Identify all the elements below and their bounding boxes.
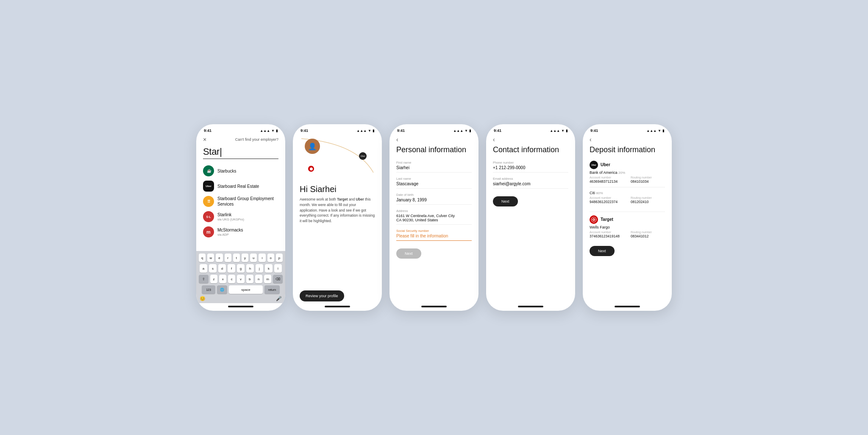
wifi-icon-2: ▼	[368, 129, 371, 133]
wifi-icon: ▼	[271, 129, 275, 133]
employer-sub-starlink: via UKG (UKGPro)	[217, 218, 244, 221]
key-v[interactable]: v	[237, 275, 244, 283]
field-value-last-name[interactable]: Stascavage	[396, 181, 472, 189]
routing-col-uber: Routing number 084101034	[631, 176, 665, 184]
routing-label-uber: Routing number	[631, 176, 665, 179]
key-o[interactable]: o	[267, 254, 274, 262]
field-value-phone[interactable]: +1 212-299-0000	[493, 165, 568, 173]
signal-icon-5: ▲▲▲	[646, 129, 657, 133]
back-button-3[interactable]: ‹	[396, 134, 472, 145]
key-g[interactable]: g	[237, 264, 245, 273]
list-item[interactable]: ⠿ Starboard Group Employment Services	[203, 194, 278, 209]
list-item[interactable]: m McStormacks via ADP	[203, 224, 278, 240]
phone3-content: ‹ Personal information First name Siarhe…	[389, 134, 479, 303]
signal-icon-3: ▲▲▲	[453, 129, 463, 133]
key-b[interactable]: b	[246, 275, 253, 283]
field-label-dob: Date of birth	[396, 193, 472, 197]
deposit-name-uber: Uber	[601, 162, 610, 167]
deposit-name-target: Target	[601, 217, 613, 222]
field-phone: Phone number +1 212-299-0000	[493, 161, 568, 173]
profile-curve-area: 👤 Uber	[300, 134, 375, 181]
close-icon[interactable]: ×	[203, 136, 206, 143]
key-t[interactable]: t	[233, 254, 240, 262]
key-e[interactable]: e	[216, 254, 223, 262]
key-x[interactable]: x	[219, 275, 226, 283]
key-m[interactable]: m	[264, 275, 271, 283]
deposit-info-title: Deposit information	[590, 145, 665, 155]
key-123[interactable]: 123	[202, 285, 215, 294]
next-button-4[interactable]: Next	[493, 196, 518, 206]
phone2-content: 👤 Uber Hi Siarhei Awesome work at both T…	[293, 134, 382, 303]
phone-deposit: 9:41 ▲▲▲ ▼ ▮ ‹ Deposit information Uber …	[583, 124, 672, 311]
account-col-citi: Account number 94863612022374	[590, 196, 624, 204]
key-s[interactable]: s	[209, 264, 217, 273]
bank-name-uber: Bank of America 20%	[590, 170, 665, 175]
key-h[interactable]: h	[246, 264, 254, 273]
next-button-3[interactable]: Next	[396, 248, 421, 259]
key-y[interactable]: y	[242, 254, 248, 262]
key-j[interactable]: j	[256, 264, 263, 273]
key-l[interactable]: l	[274, 264, 282, 273]
key-shift[interactable]: ⇧	[199, 275, 209, 283]
routing-value-citi: 081202410	[631, 200, 665, 204]
back-button-4[interactable]: ‹	[493, 134, 568, 145]
key-c[interactable]: c	[228, 275, 235, 283]
list-item[interactable]: Uber Starboard Real Estate	[203, 178, 278, 194]
citi-pct: 80%	[596, 191, 603, 195]
keyboard-row-1: q w e r t y u i o p	[199, 254, 283, 262]
deposit-section-uber: Uber Uber Bank of America 20% Account nu…	[590, 161, 665, 204]
key-w[interactable]: w	[207, 254, 214, 262]
routing-value-target: 083441012	[631, 234, 665, 238]
deposit-employer-header-uber: Uber Uber	[590, 161, 665, 169]
key-d[interactable]: d	[218, 264, 226, 273]
emoji-icon[interactable]: 😊	[200, 296, 206, 301]
home-bar-3	[421, 306, 447, 307]
mic-icon[interactable]: 🎤	[276, 296, 282, 301]
list-item[interactable]: S·L Starlink via UKG (UKGPro)	[203, 209, 278, 224]
key-k[interactable]: k	[265, 264, 273, 273]
key-delete[interactable]: ⌫	[273, 275, 283, 283]
field-value-first-name[interactable]: Siarhei	[396, 165, 472, 173]
account-label-target: Account number	[590, 231, 624, 234]
account-col-uber: Account number 46369483712134	[590, 176, 624, 184]
routing-col-target: Routing number 083441012	[631, 231, 665, 238]
svg-point-4	[593, 219, 595, 220]
key-return[interactable]: return	[264, 285, 280, 294]
key-n[interactable]: n	[255, 275, 262, 283]
field-label-first-name: First name	[396, 161, 472, 165]
key-a[interactable]: a	[200, 264, 207, 273]
bank-details-citi: Account number 94863612022374 Routing nu…	[590, 196, 665, 204]
next-button-5[interactable]: Next	[590, 246, 615, 256]
target-dot	[307, 165, 315, 173]
deposit-section-target: Target Wells Fargo Account number 374636…	[590, 215, 665, 238]
key-u[interactable]: u	[250, 254, 257, 262]
key-globe[interactable]: 🌐	[217, 285, 227, 294]
employer-name-starbucks: Starbucks	[217, 168, 236, 174]
key-p[interactable]: p	[276, 254, 283, 262]
bank-name-target: Wells Fargo	[590, 225, 665, 229]
key-f[interactable]: f	[228, 264, 235, 273]
field-value-dob[interactable]: January 8, 1999	[396, 198, 472, 205]
list-item[interactable]: ☕ Starbucks	[203, 163, 278, 178]
key-space[interactable]: space	[229, 285, 263, 294]
field-value-ssn[interactable]: Please fill in the information	[396, 234, 472, 241]
signal-icons-1: ▲▲▲ ▼ ▮	[260, 129, 278, 133]
employer-name-mcstormacks: McStormacks	[217, 227, 243, 233]
key-q[interactable]: q	[199, 254, 206, 262]
account-label-citi: Account number	[590, 196, 624, 199]
phone-contact: 9:41 ▲▲▲ ▼ ▮ ‹ Contact information Phone…	[486, 124, 575, 311]
phone-personal: 9:41 ▲▲▲ ▼ ▮ ‹ Personal information Firs…	[389, 124, 479, 311]
search-query[interactable]: Star|	[203, 146, 222, 157]
field-dob: Date of birth January 8, 1999	[396, 193, 472, 205]
back-button-5[interactable]: ‹	[590, 134, 665, 145]
review-profile-button[interactable]: Review your profile	[300, 290, 344, 301]
field-label-phone: Phone number	[493, 161, 568, 165]
key-i[interactable]: i	[259, 254, 265, 262]
key-r[interactable]: r	[225, 254, 231, 262]
home-bar-1	[228, 306, 253, 307]
key-z[interactable]: z	[210, 275, 217, 283]
field-value-address[interactable]: 6161 W Centinela Ave, Culver CityCA 9023…	[396, 214, 472, 225]
field-value-email[interactable]: siarhei@argyle.com	[493, 181, 568, 189]
home-bar-2	[325, 306, 350, 307]
cant-find-label[interactable]: Can't find your employer?	[235, 137, 278, 142]
